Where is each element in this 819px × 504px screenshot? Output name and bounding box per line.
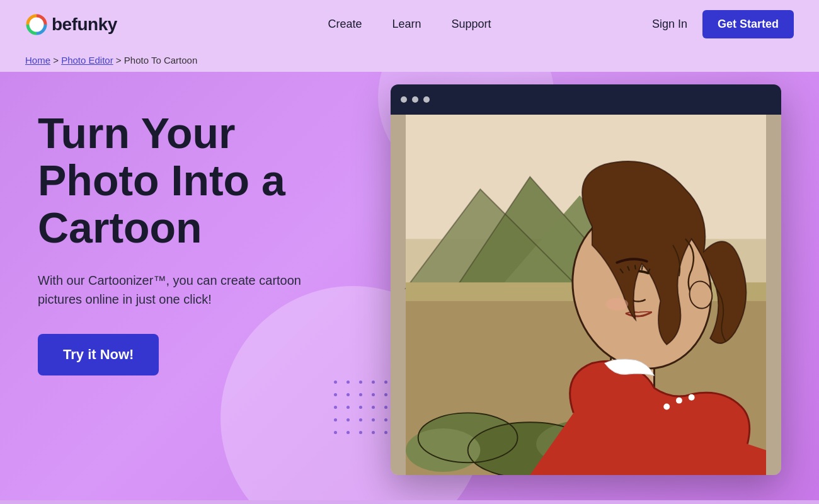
get-started-button[interactable]: Get Started xyxy=(702,10,794,38)
breadcrumb-sep1: > xyxy=(53,55,59,66)
nav-learn[interactable]: Learn xyxy=(392,18,421,31)
heading-line2: Photo Into a xyxy=(38,156,285,204)
header: befunky Create Learn Support Sign In Get… xyxy=(0,0,819,49)
svg-point-22 xyxy=(676,398,682,404)
hero-heading: Turn Your Photo Into a Cartoon xyxy=(38,110,391,251)
svg-point-23 xyxy=(689,394,695,401)
logo-text: befunky xyxy=(52,14,117,35)
header-right: Sign In Get Started xyxy=(652,10,794,38)
browser-dot-2 xyxy=(412,96,418,103)
cartoon-illustration xyxy=(391,115,781,475)
breadcrumb-photo-editor[interactable]: Photo Editor xyxy=(61,55,113,66)
svg-point-13 xyxy=(406,428,480,472)
befunky-logo-icon xyxy=(25,13,48,36)
hero-section: Turn Your Photo Into a Cartoon With our … xyxy=(0,72,819,500)
svg-line-27 xyxy=(642,266,643,270)
sign-in-button[interactable]: Sign In xyxy=(652,18,687,31)
logo[interactable]: befunky xyxy=(25,13,117,36)
breadcrumb-sep2: > xyxy=(116,55,122,66)
hero-subtext: With our Cartoonizer™, you can create ca… xyxy=(38,271,340,309)
breadcrumb: Home > Photo Editor > Photo To Cartoon xyxy=(0,49,819,72)
hero-right xyxy=(391,72,819,500)
breadcrumb-current: Photo To Cartoon xyxy=(124,55,197,66)
nav-create[interactable]: Create xyxy=(328,18,362,31)
svg-point-21 xyxy=(663,404,670,410)
heading-line1: Turn Your xyxy=(38,109,236,157)
hero-left: Turn Your Photo Into a Cartoon With our … xyxy=(0,72,391,500)
try-now-button[interactable]: Try it Now! xyxy=(38,334,159,375)
browser-dot-3 xyxy=(423,96,430,103)
svg-point-29 xyxy=(606,298,629,311)
browser-mockup xyxy=(391,84,781,475)
breadcrumb-home[interactable]: Home xyxy=(25,55,50,66)
main-nav: Create Learn Support xyxy=(328,18,491,31)
heading-line3: Cartoon xyxy=(38,203,202,251)
svg-line-26 xyxy=(635,265,636,270)
nav-support[interactable]: Support xyxy=(452,18,491,31)
browser-content xyxy=(391,115,781,475)
svg-point-1 xyxy=(32,20,42,30)
browser-toolbar xyxy=(391,84,781,115)
browser-dot-1 xyxy=(401,96,407,103)
